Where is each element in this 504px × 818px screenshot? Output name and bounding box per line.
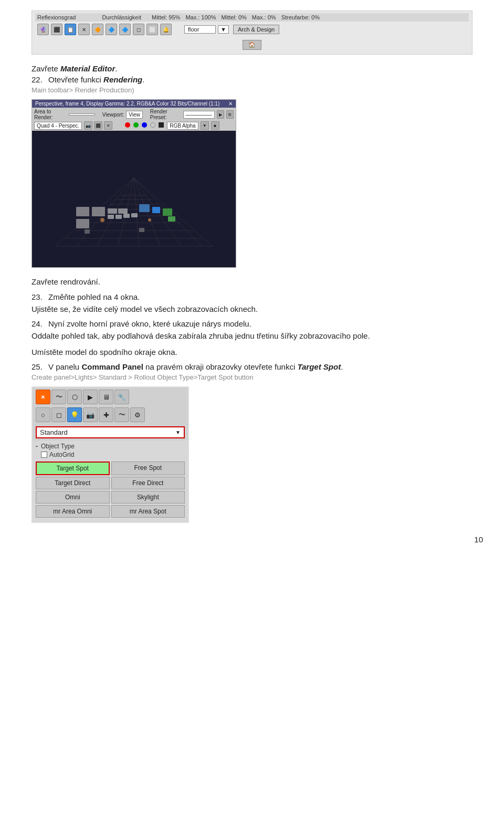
render-preset-icon2[interactable]: ⚙ bbox=[226, 110, 234, 119]
svg-rect-0 bbox=[34, 131, 234, 267]
cmd-cameras-icon[interactable]: 📷 bbox=[83, 407, 98, 422]
skylight-btn[interactable]: Skylight bbox=[111, 491, 185, 504]
material-editor-label: Material Editor bbox=[60, 64, 115, 73]
cmd-dropdown-row: Standard ▼ bbox=[33, 424, 188, 441]
svg-rect-23 bbox=[152, 207, 160, 213]
ujistete-text: Ujistěte se, že vidíte celý model ve vše… bbox=[32, 303, 472, 316]
rgb-dot-w bbox=[150, 122, 156, 129]
cmd-lights-icon[interactable]: 💡 bbox=[67, 407, 82, 422]
close-material-prefix: Zavřete bbox=[32, 64, 60, 73]
svg-rect-29 bbox=[131, 213, 138, 217]
toolbar-icon-4[interactable]: 🔶 bbox=[92, 24, 103, 35]
render-title-bar: Perspective, frame 4, Display Gamma: 2.2… bbox=[32, 100, 236, 108]
close-material-text: Zavřete Material Editor. bbox=[32, 64, 472, 73]
step-23-number: 23. bbox=[32, 292, 48, 301]
cmd-systems-icon[interactable]: ⚙ bbox=[130, 407, 145, 422]
standard-dropdown[interactable]: Standard ▼ bbox=[36, 426, 185, 438]
standard-label: Standard bbox=[40, 428, 68, 436]
floor-dropdown-arrow[interactable]: ▼ bbox=[218, 25, 229, 34]
cmd-display-icon[interactable]: 🖥 bbox=[99, 390, 113, 404]
render-viewport bbox=[32, 131, 236, 267]
step-23-content: Změňte pohled na 4 okna. bbox=[48, 292, 140, 301]
rgb-dot-b bbox=[142, 122, 148, 129]
cmd-utilities-icon[interactable]: 🔧 bbox=[114, 390, 129, 404]
step-22-text: Otevřete funkci Rendering. bbox=[48, 75, 472, 84]
dropdown-arrow-icon: ▼ bbox=[175, 429, 181, 435]
render-close-btn[interactable]: ✕ bbox=[228, 101, 233, 107]
render-icon-c[interactable]: ✕ bbox=[104, 121, 112, 130]
render-preset-label: Render Preset: bbox=[150, 109, 181, 120]
streufarbe-label: Streufarbe: 0% bbox=[281, 14, 320, 20]
free-direct-btn[interactable]: Free Direct bbox=[111, 477, 185, 489]
svg-point-32 bbox=[100, 218, 104, 222]
step-24: 24. Nyní zvolte horní pravé okno, které … bbox=[32, 319, 472, 328]
command-panel-screenshot: ☀ 〜 ⬡ ▶ 🖥 🔧 ○ ◻ 💡 📷 ✚ 〜 ⚙ Standard ▼ bbox=[32, 386, 189, 523]
toolbar-icon-6[interactable]: 🔷 bbox=[119, 24, 131, 35]
toolbar-icon-7[interactable]: ◻ bbox=[133, 24, 144, 35]
svg-rect-25 bbox=[168, 216, 175, 222]
cmd-helpers-icon[interactable]: ✚ bbox=[99, 407, 113, 422]
render-icon-b[interactable]: ⬛ bbox=[94, 121, 102, 130]
toolbar-icon-3[interactable]: 📋 bbox=[65, 24, 76, 35]
create-panel-hint: Create panel>Lights> Standard > Rollout … bbox=[32, 373, 472, 381]
mittel-label: Mittel: 95% bbox=[152, 14, 180, 20]
quad-select[interactable]: Quad 4 - Perspec. bbox=[34, 122, 82, 130]
rgb-alpha-icon2[interactable]: ■ bbox=[211, 121, 219, 130]
autogrid-checkbox[interactable] bbox=[41, 452, 47, 458]
rgb-alpha-icon[interactable]: ▼ bbox=[201, 121, 209, 130]
render-preset-select[interactable]: ————— bbox=[183, 111, 215, 119]
cmd-create-icon[interactable]: ☀ bbox=[36, 390, 50, 404]
toolbar-icon-1[interactable]: 🔮 bbox=[37, 24, 49, 35]
area-render-value[interactable] bbox=[69, 113, 95, 116]
toolbar-icon-2[interactable]: ⬛ bbox=[51, 24, 62, 35]
viewport-select[interactable]: View bbox=[126, 111, 143, 119]
target-direct-btn[interactable]: Target Direct bbox=[36, 477, 110, 489]
svg-rect-21 bbox=[76, 219, 89, 228]
svg-rect-28 bbox=[123, 214, 130, 218]
svg-rect-22 bbox=[139, 204, 150, 212]
autogrid-row: AutoGrid bbox=[36, 451, 185, 458]
toolbar-icon-8[interactable]: ⬜ bbox=[146, 24, 158, 35]
toolbar-icon-5[interactable]: 🔷 bbox=[106, 24, 117, 35]
render-scene-svg bbox=[32, 131, 236, 267]
step-22-number: 22. bbox=[32, 75, 48, 84]
step-close-material: Zavřete Material Editor. bbox=[32, 64, 472, 73]
svg-rect-26 bbox=[108, 215, 114, 219]
cmd-motion-icon[interactable]: ▶ bbox=[83, 390, 98, 404]
svg-rect-27 bbox=[116, 215, 122, 219]
cmd-hierarchy-icon[interactable]: ⬡ bbox=[67, 390, 82, 404]
rgb-alpha-select[interactable]: RGB Alpha bbox=[167, 122, 198, 130]
autogrid-label: AutoGrid bbox=[49, 451, 74, 458]
step-22-prefix: Otevřete funkci bbox=[48, 75, 103, 84]
toolbar-row1: Reflexionsgrad Durchlässigkeit Mittel: 9… bbox=[35, 13, 469, 22]
area-to-render-label: Area to Render: bbox=[34, 109, 67, 120]
mr-area-spot-btn[interactable]: mr Area Spot bbox=[111, 505, 185, 518]
toolbar-icon-x[interactable]: ✕ bbox=[78, 24, 90, 35]
cmd-modify-icon[interactable]: 〜 bbox=[51, 390, 66, 404]
command-panel-label: Command Panel bbox=[81, 362, 143, 371]
oddalte-text: Oddalte pohled tak, aby podlahová deska … bbox=[32, 330, 472, 342]
step-23-text: Změňte pohled na 4 okna. bbox=[48, 292, 472, 301]
step-25-text: V panelu Command Panel na pravém okraji … bbox=[48, 362, 472, 371]
cmd-spacewarps-icon[interactable]: 〜 bbox=[114, 407, 129, 422]
section-minus: - bbox=[36, 443, 38, 450]
render-icon-a[interactable]: 📷 bbox=[84, 121, 92, 130]
target-spot-btn[interactable]: Target Spot bbox=[36, 462, 110, 475]
render-toolbar-row1: Area to Render: Viewport: View Render Pr… bbox=[34, 109, 234, 120]
render-toolbar-row2: Quad 4 - Perspec. 📷 ⬛ ✕ RGB Alpha ▼ ■ bbox=[34, 121, 234, 130]
svg-rect-24 bbox=[163, 208, 172, 216]
step-24-number: 24. bbox=[32, 319, 48, 328]
render-preset-icon[interactable]: ▶ bbox=[217, 110, 224, 119]
toolbar-icon-9[interactable]: 🔔 bbox=[160, 24, 172, 35]
arch-design-btn[interactable]: Arch & Design bbox=[233, 25, 279, 34]
cmd-shapes-icon[interactable]: ◻ bbox=[51, 407, 66, 422]
free-spot-btn[interactable]: Free Spot bbox=[111, 462, 185, 475]
object-type-header: - Object Type bbox=[36, 443, 185, 450]
toolbar-row2: 🔮 ⬛ 📋 ✕ 🔶 🔷 🔷 ◻ ⬜ 🔔 floor ▼ Arch & Desig… bbox=[35, 23, 469, 36]
mr-area-omni-btn[interactable]: mr Area Omni bbox=[36, 505, 110, 518]
cmd-geometry-icon[interactable]: ○ bbox=[36, 407, 50, 422]
object-type-label: Object Type bbox=[41, 443, 75, 450]
step-25-prefix: V panelu bbox=[48, 362, 81, 371]
omni-btn[interactable]: Omni bbox=[36, 491, 110, 504]
umistete-text: Umístěte model do spodního okraje okna. bbox=[32, 347, 472, 359]
